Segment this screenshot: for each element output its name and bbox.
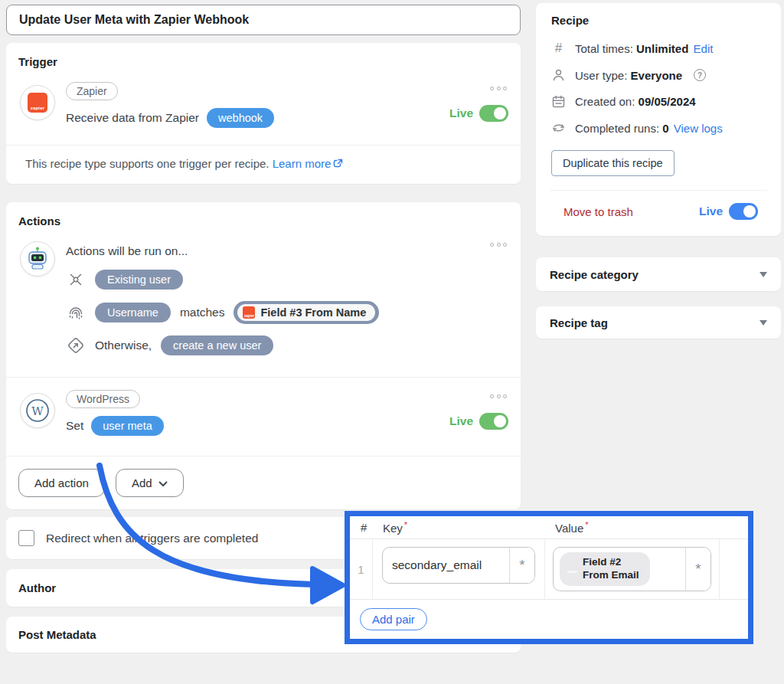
redirect-diamond-icon [66, 336, 86, 355]
post-metadata-heading: Post Metadata [18, 628, 96, 641]
otherwise-text: Otherwise, [95, 339, 152, 352]
field2-token[interactable]: zapier Field #2From Email [560, 552, 650, 586]
recipe-tag-heading: Recipe tag [550, 316, 608, 329]
trigger-menu-icon[interactable] [488, 85, 508, 92]
completed-runs-row: Completed runs: 0 View logs [551, 120, 766, 136]
integration-pill-wordpress: WordPress [66, 390, 140, 408]
triangle-down-icon[interactable] [760, 272, 767, 277]
zapier-token-icon: zapier [243, 306, 255, 319]
external-link-icon [333, 158, 343, 171]
recipe-title-input[interactable] [6, 5, 521, 35]
user-icon [551, 67, 566, 83]
run-on-item: Actions will be run on... Existing user [6, 232, 521, 377]
webhook-badge[interactable]: webhook [207, 108, 274, 128]
total-times-row: # Total times: Unlimited Edit [551, 41, 766, 56]
required-mark: * [585, 520, 588, 529]
column-header-value: Value [555, 522, 583, 535]
wordpress-avatar: W [20, 393, 55, 428]
column-header-number: # [350, 521, 373, 534]
required-mark: * [404, 520, 407, 529]
duplicate-recipe-button[interactable]: Duplicate this recipe [551, 150, 675, 176]
trigger-card: Trigger zapier Zapier Receive data from … [6, 43, 521, 184]
recipe-category-panel[interactable]: Recipe category [536, 257, 781, 291]
zapier-token-icon: zapier [567, 562, 577, 576]
triangle-down-icon[interactable] [760, 320, 767, 326]
key-token-picker-button[interactable]: * [509, 548, 534, 583]
wp-action-menu-icon[interactable] [488, 393, 508, 400]
trigger-footer-text: This recipe type supports one trigger pe… [25, 157, 270, 170]
field3-token-label: Field #3 From Name [260, 306, 366, 319]
created-on-row: Created on: 09/05/2024 [551, 94, 766, 109]
recipe-live-label: Live [699, 205, 723, 218]
help-icon[interactable]: ? [694, 69, 706, 81]
actions-card: Actions Actions will be run on... [6, 202, 521, 509]
actions-heading: Actions [6, 202, 521, 232]
recipe-panel: Recipe # Total times: Unlimited Edit Use… [536, 3, 781, 236]
wordpress-logo-icon: W [24, 398, 51, 424]
runs-loop-icon [551, 120, 566, 136]
logic-row-otherwise: Otherwise, create a new user [66, 335, 488, 355]
hash-icon: # [551, 41, 566, 56]
trigger-live-label: Live [449, 106, 473, 120]
trigger-footer: This recipe type supports one trigger pe… [6, 145, 521, 184]
recipe-panel-heading: Recipe [536, 3, 781, 36]
field2-token-label: Field #2From Email [583, 556, 639, 582]
integration-pill-zapier: Zapier [66, 82, 118, 100]
user-type-row: User type: Everyone ? [551, 67, 766, 83]
field3-token[interactable]: zapier Field #3 From Name [234, 301, 379, 324]
recipe-live-toggle[interactable] [729, 203, 758, 220]
svg-text:W: W [31, 404, 44, 418]
learn-more-link[interactable]: Learn more [273, 157, 332, 170]
recipe-tag-panel[interactable]: Recipe tag [536, 306, 781, 339]
wp-sentence-prefix: Set [66, 419, 83, 433]
edit-link[interactable]: Edit [694, 42, 714, 55]
atom-icon [66, 270, 86, 289]
username-badge[interactable]: Username [95, 303, 171, 322]
add-pair-button[interactable]: Add pair [360, 608, 427, 630]
key-input[interactable]: secondary_email [383, 548, 509, 583]
trigger-live-toggle[interactable] [479, 105, 508, 122]
add-action-button[interactable]: Add action [18, 469, 105, 497]
zapier-avatar: zapier [20, 85, 55, 120]
redirect-label: Redirect when all triggers are completed [46, 532, 258, 545]
existing-user-badge[interactable]: Existing user [95, 270, 183, 290]
recipe-category-heading: Recipe category [550, 268, 639, 281]
wp-live-label: Live [449, 414, 473, 428]
wp-live-toggle[interactable] [479, 413, 508, 430]
wordpress-action-item: W WordPress Set user meta Live [6, 378, 521, 456]
column-header-key: Key [383, 522, 403, 535]
trigger-heading: Trigger [6, 43, 521, 73]
sidebar: Recipe # Total times: Unlimited Edit Use… [536, 0, 781, 339]
create-new-user-badge[interactable]: create a new user [161, 335, 273, 355]
chevron-down-icon [158, 476, 168, 489]
logic-row-existing-user: Existing user [66, 270, 488, 290]
trigger-item: zapier Zapier Receive data from Zapier w… [6, 73, 521, 145]
pair-row: 1 secondary_email * zapier Field #2From … [350, 539, 748, 600]
add-dropdown-button[interactable]: Add [116, 469, 184, 497]
matches-text: matches [180, 306, 225, 319]
zapier-logo-icon: zapier [28, 93, 47, 113]
run-on-title: Actions will be run on... [66, 238, 488, 258]
row-number: 1 [350, 539, 373, 599]
redirect-checkbox[interactable] [18, 530, 34, 546]
view-logs-link[interactable]: View logs [674, 122, 723, 135]
run-on-menu-icon[interactable] [488, 241, 508, 248]
robot-avatar [20, 241, 55, 277]
move-to-trash-link[interactable]: Move to trash [564, 205, 633, 218]
logic-row-match: Username matches zapier Field #3 From Na… [66, 301, 488, 324]
robot-icon [24, 246, 51, 272]
user-meta-badge[interactable]: user meta [91, 416, 163, 436]
trigger-sentence: Receive data from Zapier [66, 111, 199, 125]
recipe-editor-page: Trigger zapier Zapier Receive data from … [0, 0, 784, 684]
key-value-pairs-overlay: # Key* Value* 1 secondary_email * zapier… [345, 511, 753, 644]
calendar-icon [551, 94, 566, 109]
value-token-picker-button[interactable]: * [685, 548, 710, 591]
fingerprint-icon [66, 303, 86, 322]
